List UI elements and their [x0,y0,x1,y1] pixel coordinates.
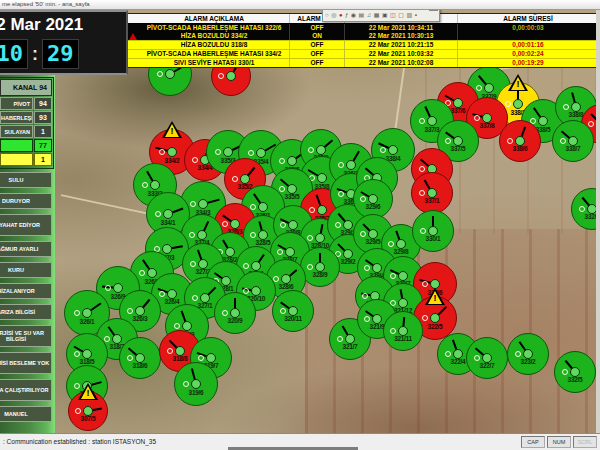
monitor-icon[interactable]: ▪ [415,12,417,18]
clock-panel: 22 Mar 2021 10 : 29 [0,10,128,75]
pivot-center-dot [226,71,236,81]
pivot-status-icon [183,381,189,387]
pivot-status-icon [139,270,145,276]
key-indicator-num: NUM [547,436,571,448]
grid-icon[interactable]: ▦ [374,12,380,18]
legend-button[interactable]: POMPA ÇALIŞTIRILIYOR [0,379,52,401]
pivot-status-icon [250,232,256,238]
alarm-duration-header[interactable]: ALARM SÜRESİ [458,14,598,23]
pivot-status-icon [279,158,285,164]
alarm-datetime: 22 Mar 2021 10:02:08 [345,59,458,67]
pivot-status-icon [515,351,521,357]
alarm-row[interactable]: SIVI SEVİYE HATASI 330/1OFF22 Mar 2021 1… [126,58,598,67]
pivot-circle[interactable]: 318/6 [119,337,161,379]
pivot-status-icon [337,336,343,342]
kanal-header: KANAL 94 [0,79,52,96]
music-icon[interactable]: ♫ [367,12,372,18]
pivot-circle[interactable]: 332/5 [554,351,596,393]
legend-button[interactable]: ENERJİSİ BESLEME YOK [0,352,52,374]
pivot-circle[interactable]: 338/6 [499,120,541,162]
pivot-circle[interactable]: 338/7 [552,120,594,162]
legend-button[interactable]: SEYAHAT EDİYOR [0,214,52,236]
circle-icon[interactable]: ○ [325,12,329,18]
pivot-center-dot [346,160,356,170]
alarm-description: SIVI SEVİYE HATASI 330/1 [139,59,290,67]
panel-icon[interactable]: ▣ [382,12,388,18]
pivot-status-icon [390,273,396,279]
popup-toolbar: ○◎●ƒ◉▤♫▦▣◫▢▥▪ [323,10,439,19]
window-icon[interactable]: ◫ [390,12,396,18]
function-icon[interactable]: ƒ [345,12,348,18]
alarm-description: PİVOT-SCADA HABERLEŞME HATASI 334/2 [139,50,290,58]
pivot-status-icon [309,207,315,213]
pivot-center-dot [191,379,201,389]
legend-button[interactable]: DURUYOR [0,193,52,209]
pivot-circle[interactable]: 307/5! [68,391,108,431]
alarm-duration: 0,00:00:03 [458,24,598,32]
pivot-status-icon [190,261,196,267]
alarm-row[interactable]: PİVOT-SCADA HABERLEŞME HATASI 322/6OFF22… [126,24,598,32]
alarm-datetime: 22 Mar 2021 10:30:13 [345,32,458,40]
pivot-status-icon [360,196,366,202]
pivot-circle[interactable]: 319/6 [174,362,218,406]
legend-button[interactable]: KURU [0,262,52,278]
scrollbar[interactable] [596,9,600,433]
pivot-label: 321/11 [384,335,422,342]
record-icon[interactable]: ● [339,12,343,18]
rows-icon[interactable]: ▥ [406,12,412,18]
pivot-status-icon [174,323,180,329]
pivot-circle[interactable]: 320/9 [214,292,256,334]
kanal-row-value: 94 [34,97,52,110]
window-title: me elapsed '50' min. - ana_sayfa [2,1,90,7]
pause-icon[interactable]: ◎ [331,12,336,18]
pivot-circle[interactable]: 337/1 [411,172,453,214]
globe-icon[interactable]: ◉ [351,12,356,18]
alarm-desc-header[interactable]: ALARM AÇIKLAMA [139,14,290,23]
pivot-circle[interactable]: 323/2 [507,333,549,375]
alarm-rows: PİVOT-SCADA HABERLEŞME HATASI 322/6OFF22… [126,24,598,67]
alarm-row[interactable]: HİZA BOZULDU 334/2ON22 Mar 2021 10:30:13 [126,32,598,40]
alarm-status: OFF [290,50,345,58]
pivot-label: 322/7 [467,362,507,369]
legend-buttons: SULUDURUYORSEYAHAT EDİYORYAĞMUR AYARLIKU… [0,172,55,427]
pivot-status-icon [338,162,344,168]
pivot-center-dot [82,308,92,318]
kanal-row-label [0,153,33,166]
legend-button[interactable]: SULU [0,172,52,188]
satellite-map[interactable]: 334/2!334/4333/2335/3335/4335/2335/6335/… [55,9,596,433]
legend-button[interactable]: HİZALANIYOR [0,283,52,299]
list-icon[interactable]: ▤ [359,12,365,18]
clock-minutes: 29 [42,39,79,69]
pivot-status-icon [222,310,228,316]
pivot-circle[interactable]: 329/6 [353,179,393,219]
pivot-status-icon [474,115,480,121]
pivot-center-dot [427,116,437,126]
pivot-circle[interactable]: 320/11 [272,290,314,332]
legend-button[interactable]: YAĞMUR AYARLI [0,241,52,257]
alarm-row[interactable]: PİVOT-SCADA HABERLEŞME HATASI 334/2OFF22… [126,49,598,58]
pivot-label: 321/7 [330,343,370,350]
pivot-circle[interactable]: 321/11 [383,311,423,351]
key-indicator-cap: CAP [521,436,545,448]
pivot-status-icon [360,231,366,237]
legend-button[interactable]: MANUEL [0,406,52,422]
pivot-status-icon [279,186,285,192]
pivot-status-icon [364,265,370,271]
pivot-status-icon [157,71,163,77]
pivot-status-icon [192,157,198,163]
pivot-circle[interactable]: 328/9 [300,247,340,287]
pivot-circle[interactable]: 322/7 [466,337,508,379]
pivot-status-icon [104,336,110,342]
warning-triangle-icon: ! [162,121,182,138]
frame-icon[interactable]: ▢ [398,12,404,18]
pivot-center-dot [113,283,123,293]
pivot-status-icon [338,191,344,197]
pivot-circle[interactable]: 330/1 [412,210,454,252]
alarm-row[interactable]: HİZA BOZULDU 318/8OFF22 Mar 2021 10:21:1… [126,40,598,49]
legend-button[interactable]: ARIZA BİLGİSİ [0,304,52,320]
legend-button[interactable]: ENERJİSİ VE SU VAR BİLGİSİ [0,325,52,347]
pivot-status-icon [280,308,286,314]
kanal-row-label: HABERLEŞEN [0,111,33,124]
warning-triangle-icon: ! [78,383,98,400]
pivot-status-icon [248,150,254,156]
